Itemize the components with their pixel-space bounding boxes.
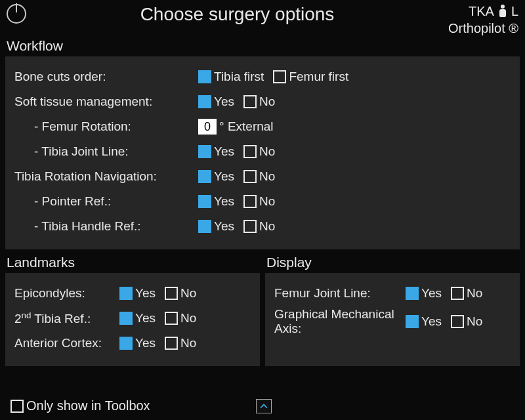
pointer-ref-no[interactable]: No bbox=[243, 194, 275, 209]
epicondyles-label: Epicondyles: bbox=[14, 286, 119, 301]
power-icon[interactable] bbox=[7, 4, 26, 24]
tibia-joint-line-no[interactable]: No bbox=[243, 144, 275, 159]
second-tibia-ref-label: 2nd Tibia Ref.: bbox=[14, 310, 119, 326]
display-panel: Femur Joint Line: Yes No Graphical Mecha… bbox=[265, 273, 520, 366]
landmarks-panel: Epicondyles: Yes No 2nd Tibia Ref.: Yes … bbox=[5, 273, 260, 366]
side-label: L bbox=[511, 3, 518, 20]
bone-cuts-label: Bone cuts order: bbox=[14, 70, 198, 84]
femur-rotation-input[interactable] bbox=[198, 119, 217, 135]
display-section-label: Display bbox=[265, 253, 520, 273]
tibia-rot-nav-label: Tibia Rotation Navigation: bbox=[14, 169, 198, 184]
chevron-up-icon bbox=[260, 402, 268, 410]
anterior-cortex-yes[interactable]: Yes bbox=[119, 336, 156, 350]
pointer-ref-label: - Pointer Ref.: bbox=[14, 194, 198, 209]
soft-tissue-no[interactable]: No bbox=[243, 94, 275, 109]
person-icon bbox=[498, 5, 507, 18]
tibia-joint-line-yes[interactable]: Yes bbox=[198, 144, 234, 159]
epicondyles-yes[interactable]: Yes bbox=[119, 286, 156, 301]
procedure-label: TKA bbox=[469, 3, 494, 20]
header-context: TKA L Orthopilot ® bbox=[448, 3, 518, 37]
pointer-ref-yes[interactable]: Yes bbox=[198, 194, 234, 209]
landmarks-section-label: Landmarks bbox=[5, 253, 260, 273]
tibia-handle-ref-yes[interactable]: Yes bbox=[198, 219, 234, 234]
femur-joint-line-yes[interactable]: Yes bbox=[406, 286, 442, 301]
anterior-cortex-label: Anterior Cortex: bbox=[14, 336, 119, 350]
page-title: Choose surgery options bbox=[26, 4, 448, 25]
second-tibia-ref-yes[interactable]: Yes bbox=[119, 311, 156, 326]
graphical-mech-axis-label: Graphical Mechanical Axis: bbox=[274, 307, 406, 336]
second-tibia-ref-no[interactable]: No bbox=[165, 311, 196, 326]
tibia-handle-ref-label: - Tibia Handle Ref.: bbox=[14, 219, 198, 234]
soft-tissue-yes[interactable]: Yes bbox=[198, 94, 234, 109]
femur-joint-line-label: Femur Joint Line: bbox=[274, 286, 406, 301]
graphical-mech-axis-no[interactable]: No bbox=[451, 314, 482, 329]
graphical-mech-axis-yes[interactable]: Yes bbox=[406, 314, 442, 329]
femur-rotation-suffix: ° External bbox=[219, 119, 274, 134]
anterior-cortex-no[interactable]: No bbox=[165, 336, 196, 350]
femur-rotation-label: - Femur Rotation: bbox=[14, 119, 198, 134]
tibia-handle-ref-no[interactable]: No bbox=[243, 219, 275, 234]
tibia-rot-nav-no[interactable]: No bbox=[243, 169, 275, 184]
epicondyles-no[interactable]: No bbox=[165, 286, 196, 301]
workflow-section-label: Workflow bbox=[0, 37, 525, 56]
brand-label: Orthopilot ® bbox=[448, 20, 518, 37]
scroll-up-button[interactable] bbox=[256, 399, 272, 413]
femur-joint-line-no[interactable]: No bbox=[451, 286, 482, 301]
tibia-joint-line-label: - Tibia Joint Line: bbox=[14, 144, 198, 159]
tibia-rot-nav-yes[interactable]: Yes bbox=[198, 169, 234, 184]
workflow-panel: Bone cuts order: Tibia first Femur first… bbox=[5, 56, 520, 249]
bone-cuts-femur-first[interactable]: Femur first bbox=[273, 70, 348, 84]
only-show-in-toolbox[interactable]: Only show in Toolbox bbox=[10, 398, 150, 413]
bone-cuts-tibia-first[interactable]: Tibia first bbox=[198, 70, 264, 84]
soft-tissue-label: Soft tissue management: bbox=[14, 94, 198, 109]
